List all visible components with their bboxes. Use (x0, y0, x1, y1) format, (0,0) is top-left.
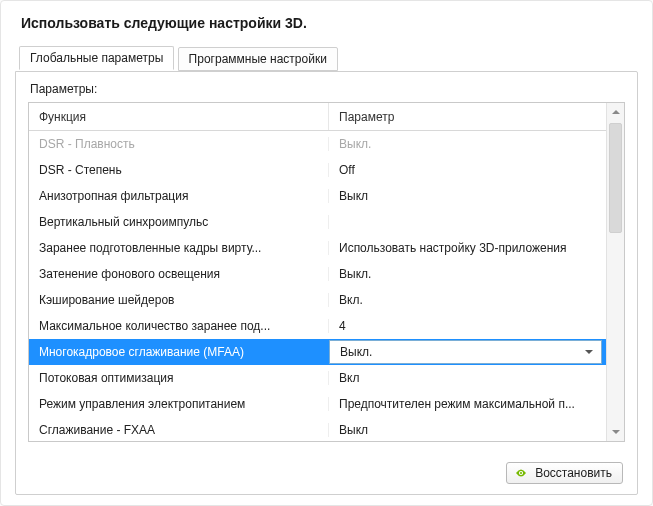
scroll-down-button[interactable] (607, 423, 624, 441)
dropdown-value: Выкл. (340, 345, 372, 359)
grid-header: Функция Параметр (29, 103, 624, 131)
scroll-thumb[interactable] (609, 123, 622, 233)
cell-parameter: Выкл (329, 423, 624, 437)
cell-parameter: Вкл. (329, 293, 624, 307)
chevron-up-icon (612, 110, 620, 114)
page-title: Использовать следующие настройки 3D. (21, 15, 638, 31)
tab-program[interactable]: Программные настройки (178, 47, 338, 71)
restore-button-label: Восстановить (535, 466, 612, 480)
chevron-down-icon (612, 430, 620, 434)
nvidia-logo-icon (513, 468, 529, 478)
tab-global[interactable]: Глобальные параметры (19, 46, 174, 70)
cell-function: DSR - Плавность (29, 137, 329, 151)
scroll-up-button[interactable] (607, 103, 624, 121)
cell-function: Заранее подготовленные кадры вирту... (29, 241, 329, 255)
tab-row: Глобальные параметры Программные настрой… (19, 45, 638, 71)
table-row[interactable]: Максимальное количество заранее под... 4 (29, 313, 624, 339)
cell-parameter: 4 (329, 319, 624, 333)
restore-button[interactable]: Восстановить (506, 462, 623, 484)
cell-function: DSR - Степень (29, 163, 329, 177)
cell-function: Анизотропная фильтрация (29, 189, 329, 203)
svg-point-1 (520, 472, 522, 474)
table-row[interactable]: Кэширование шейдеров Вкл. (29, 287, 624, 313)
cell-parameter: Выкл. (329, 267, 624, 281)
parameters-label: Параметры: (30, 82, 625, 96)
cell-function: Вертикальный синхроимпульс (29, 215, 329, 229)
cell-parameter: Использовать настройку 3D-приложения (329, 241, 624, 255)
table-row[interactable]: Вертикальный синхроимпульс (29, 209, 624, 235)
cell-function: Многокадровое сглаживание (MFAA) (29, 345, 329, 359)
restore-row: Восстановить (506, 462, 623, 484)
table-row[interactable]: Потоковая оптимизация Вкл (29, 365, 624, 391)
tab-pane-global: Параметры: Функция Параметр DSR - Плавно… (15, 71, 638, 495)
cell-function: Режим управления электропитанием (29, 397, 329, 411)
table-row[interactable]: DSR - Плавность Выкл. (29, 131, 624, 157)
settings-grid: Функция Параметр DSR - Плавность Выкл. D… (28, 102, 625, 442)
chevron-down-icon (585, 350, 593, 354)
table-row[interactable]: Сглаживание - FXAA Выкл (29, 417, 624, 441)
cell-function: Затенение фонового освещения (29, 267, 329, 281)
vertical-scrollbar[interactable] (606, 103, 624, 441)
cell-function: Сглаживание - FXAA (29, 423, 329, 437)
table-row[interactable]: Заранее подготовленные кадры вирту... Ис… (29, 235, 624, 261)
cell-parameter: Предпочтителен режим максимальной п... (329, 397, 624, 411)
column-header-function[interactable]: Функция (29, 103, 329, 130)
cell-parameter: Вкл (329, 371, 624, 385)
grid-body: DSR - Плавность Выкл. DSR - Степень Off … (29, 131, 624, 441)
cell-parameter: Выкл (329, 189, 624, 203)
table-row[interactable]: Затенение фонового освещения Выкл. (29, 261, 624, 287)
cell-parameter: Выкл. (329, 137, 624, 151)
cell-parameter: Off (329, 163, 624, 177)
column-header-parameter[interactable]: Параметр (329, 103, 624, 130)
cell-parameter-dropdown[interactable]: Выкл. (329, 340, 602, 364)
table-row[interactable]: DSR - Степень Off (29, 157, 624, 183)
table-row-selected[interactable]: Многокадровое сглаживание (MFAA) Выкл. (29, 339, 624, 365)
cell-function: Потоковая оптимизация (29, 371, 329, 385)
cell-function: Максимальное количество заранее под... (29, 319, 329, 333)
table-row[interactable]: Анизотропная фильтрация Выкл (29, 183, 624, 209)
dialog-3d-settings: Использовать следующие настройки 3D. Гло… (0, 0, 653, 506)
table-row[interactable]: Режим управления электропитанием Предпоч… (29, 391, 624, 417)
cell-function: Кэширование шейдеров (29, 293, 329, 307)
